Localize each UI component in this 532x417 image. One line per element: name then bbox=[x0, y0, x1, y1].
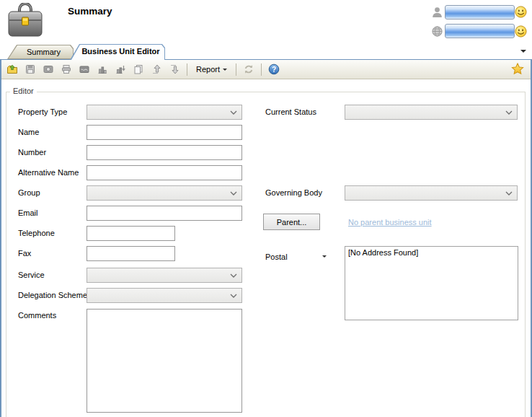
chart-column-icon bbox=[97, 63, 108, 75]
tab-label: Summary bbox=[7, 45, 74, 59]
field-label-postal: Postal bbox=[265, 253, 288, 261]
snapshot-button[interactable] bbox=[41, 62, 56, 76]
chevron-down-icon bbox=[223, 69, 227, 71]
toolbar-separator bbox=[236, 63, 236, 76]
field-label-delegation-scheme: Delegation Scheme bbox=[18, 291, 87, 299]
email-input[interactable] bbox=[87, 206, 242, 221]
svg-text:?: ? bbox=[272, 66, 276, 74]
field-label-comments: Comments bbox=[18, 311, 56, 320]
chart-export-icon bbox=[115, 63, 126, 75]
help-icon: ? bbox=[268, 63, 280, 75]
business-unit-editor-window: { "header": { "title": "Summary", "statu… bbox=[0, 0, 532, 417]
chevron-down-icon bbox=[230, 273, 237, 278]
save-icon bbox=[25, 63, 36, 75]
refresh-icon bbox=[243, 63, 254, 75]
parent-button[interactable]: Parent... bbox=[263, 214, 320, 230]
property-type-select[interactable] bbox=[87, 105, 242, 120]
help-button[interactable]: ? bbox=[267, 62, 281, 76]
card-button[interactable] bbox=[77, 62, 92, 76]
group-select[interactable] bbox=[87, 185, 242, 201]
chevron-down-icon bbox=[230, 191, 237, 196]
postal-address-box[interactable]: [No Address Found] bbox=[345, 246, 518, 320]
number-input[interactable] bbox=[87, 145, 242, 160]
move-down-button[interactable] bbox=[167, 62, 182, 76]
chart-button[interactable] bbox=[95, 62, 110, 76]
tab-business-unit-editor[interactable]: Business Unit Editor bbox=[70, 44, 165, 60]
field-label-telephone: Telephone bbox=[18, 229, 55, 237]
telephone-input[interactable] bbox=[87, 226, 175, 241]
person-icon bbox=[432, 6, 443, 18]
parent-link[interactable]: No parent business unit bbox=[348, 218, 432, 227]
field-label-fax: Fax bbox=[18, 249, 31, 258]
tab-label: Business Unit Editor bbox=[70, 44, 165, 59]
print-icon bbox=[61, 63, 72, 75]
smiley-icon bbox=[515, 25, 527, 38]
card-icon bbox=[79, 63, 90, 75]
service-select[interactable] bbox=[87, 268, 242, 283]
field-label-number: Number bbox=[18, 148, 46, 157]
chevron-down-icon bbox=[505, 191, 513, 196]
arrow-up-icon bbox=[151, 63, 162, 75]
alternative-name-input[interactable] bbox=[87, 165, 242, 180]
address-text: [No Address Found] bbox=[348, 248, 418, 257]
toolbar-separator bbox=[187, 63, 187, 76]
exit-icon bbox=[6, 63, 18, 75]
report-button[interactable]: Report bbox=[192, 63, 231, 75]
status-bar-user bbox=[445, 5, 515, 19]
copy-button[interactable] bbox=[131, 62, 146, 76]
field-label-alternative-name: Alternative Name bbox=[18, 168, 79, 177]
comments-textarea[interactable] bbox=[87, 309, 242, 413]
page-title: Summary bbox=[68, 6, 112, 17]
chevron-down-icon bbox=[230, 110, 237, 115]
globe-icon bbox=[432, 26, 443, 37]
exit-button[interactable] bbox=[5, 62, 19, 76]
star-icon bbox=[511, 63, 524, 76]
briefcase-icon bbox=[6, 3, 45, 39]
toolbar-separator bbox=[261, 63, 262, 76]
fax-input[interactable] bbox=[87, 246, 175, 261]
print-button[interactable] bbox=[59, 62, 74, 76]
move-up-button[interactable] bbox=[149, 62, 164, 76]
field-label-email: Email bbox=[18, 208, 38, 217]
toolbar: Report ? bbox=[1, 60, 531, 79]
governing-body-select[interactable] bbox=[345, 185, 518, 201]
field-label-current-status: Current Status bbox=[265, 107, 316, 116]
chevron-down-icon bbox=[505, 110, 513, 115]
chevron-down-icon bbox=[230, 294, 237, 298]
current-status-select[interactable] bbox=[345, 105, 518, 120]
arrow-down-icon bbox=[169, 63, 180, 75]
report-button-label: Report bbox=[196, 65, 220, 74]
smiley-icon bbox=[515, 6, 527, 18]
delegation-scheme-select[interactable] bbox=[87, 288, 242, 303]
favourite-button[interactable] bbox=[510, 62, 525, 76]
snapshot-icon bbox=[43, 63, 54, 75]
field-label-group: Group bbox=[18, 188, 40, 197]
field-label-name: Name bbox=[18, 128, 39, 136]
refresh-button[interactable] bbox=[241, 62, 256, 76]
save-button[interactable] bbox=[23, 62, 37, 76]
field-label-service: Service bbox=[18, 271, 45, 279]
tab-summary[interactable]: Summary bbox=[7, 45, 74, 59]
copy-icon bbox=[133, 63, 144, 75]
chart-export-button[interactable] bbox=[113, 62, 128, 76]
postal-dropdown-icon[interactable] bbox=[322, 255, 327, 258]
status-bar-web bbox=[445, 24, 515, 38]
tab-list-dropdown-icon[interactable] bbox=[520, 50, 531, 58]
editor-groupbox-label: Editor bbox=[10, 87, 37, 95]
field-label-governing-body: Governing Body bbox=[265, 188, 322, 197]
field-label-property-type: Property Type bbox=[18, 107, 67, 116]
name-input[interactable] bbox=[87, 125, 242, 140]
